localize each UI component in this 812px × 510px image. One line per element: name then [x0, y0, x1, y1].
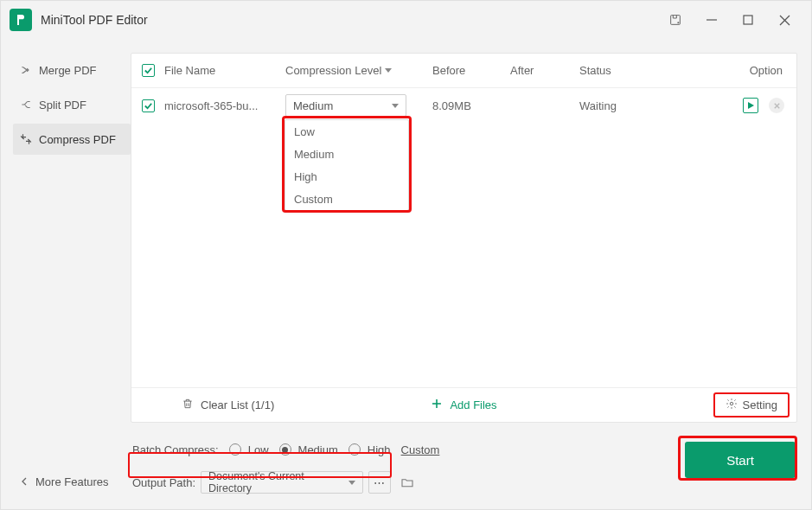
plus-icon — [431, 398, 443, 412]
row-start-button[interactable] — [743, 98, 758, 113]
chevron-left-icon — [20, 475, 29, 488]
window-controls — [668, 12, 802, 28]
batch-radio-low[interactable]: Low — [229, 443, 269, 456]
sidebar-item-label: Split PDF — [39, 99, 86, 112]
close-button[interactable] — [777, 12, 792, 28]
header-status: Status — [579, 64, 735, 77]
header-before: Before — [432, 64, 510, 77]
output-path-select[interactable]: Document's Current Directory — [201, 471, 363, 494]
header-option: Option — [735, 64, 796, 77]
batch-compress-row: Batch Compress: Low Medium High Custom — [132, 438, 685, 461]
more-features-button[interactable]: More Features — [13, 465, 131, 509]
row-remove-button[interactable] — [769, 98, 784, 113]
batch-radio-medium[interactable]: Medium — [279, 443, 338, 456]
dropdown-item-medium[interactable]: Medium — [285, 143, 408, 165]
merge-icon — [20, 64, 32, 76]
table-footer: Clear List (1/1) Add Files — [131, 387, 796, 422]
svg-point-10 — [730, 402, 733, 405]
save-icon[interactable] — [668, 12, 683, 28]
add-files-button[interactable]: Add Files — [431, 398, 496, 412]
compression-level-select[interactable]: Medium — [285, 94, 406, 117]
maximize-button[interactable] — [740, 12, 756, 28]
dropdown-item-custom[interactable]: Custom — [285, 188, 408, 210]
output-path-row: Output Path: Document's Current Director… — [132, 469, 685, 495]
table-header: File Name Compression Level Before After… — [131, 54, 796, 88]
batch-label: Batch Compress: — [132, 443, 219, 456]
browse-button[interactable]: ⋯ — [368, 471, 391, 494]
file-table: File Name Compression Level Before After… — [131, 53, 797, 423]
sidebar-item-label: Merge PDF — [39, 64, 96, 77]
svg-point-1 — [677, 22, 679, 23]
batch-radio-high[interactable]: High — [348, 443, 391, 456]
open-folder-button[interactable] — [396, 471, 419, 494]
cell-before: 8.09MB — [432, 99, 510, 112]
titlebar: MiniTool PDF Editor — [1, 1, 811, 39]
header-after: After — [510, 64, 579, 77]
trash-icon — [182, 398, 194, 412]
app-title: MiniTool PDF Editor — [41, 13, 148, 27]
output-label: Output Path: — [132, 476, 195, 489]
main-panel: File Name Compression Level Before After… — [131, 39, 811, 509]
setting-button[interactable]: Setting — [719, 395, 784, 415]
header-filename: File Name — [164, 64, 285, 77]
app-window: MiniTool PDF Editor Merge PDF — [0, 0, 812, 510]
more-features-label: More Features — [35, 475, 109, 488]
batch-custom-link[interactable]: Custom — [401, 443, 440, 456]
cell-filename: microsoft-365-bu... — [164, 99, 285, 112]
select-all-checkbox[interactable] — [142, 64, 155, 77]
svg-rect-3 — [744, 16, 752, 24]
header-level[interactable]: Compression Level — [285, 64, 432, 77]
minimize-button[interactable] — [704, 12, 719, 28]
caret-down-icon — [385, 68, 392, 73]
sidebar-item-compress[interactable]: Compress PDF — [13, 124, 131, 155]
row-checkbox[interactable] — [142, 99, 155, 112]
sidebar-item-merge[interactable]: Merge PDF — [13, 54, 131, 86]
split-icon — [20, 99, 32, 111]
cell-status: Waiting — [579, 99, 735, 112]
start-button[interactable]: Start — [685, 442, 796, 478]
dropdown-item-high[interactable]: High — [285, 165, 408, 188]
clear-list-button[interactable]: Clear List (1/1) — [182, 398, 274, 412]
compression-level-dropdown: Low Medium High Custom — [285, 119, 409, 211]
sidebar-item-split[interactable]: Split PDF — [13, 89, 131, 120]
caret-down-icon — [348, 481, 355, 485]
sidebar: Merge PDF Split PDF Compress PDF More Fe — [1, 39, 131, 509]
sidebar-item-label: Compress PDF — [39, 133, 116, 146]
gear-icon — [726, 398, 738, 412]
bottom-controls: Batch Compress: Low Medium High Custom O… — [131, 423, 797, 495]
dropdown-item-low[interactable]: Low — [285, 120, 408, 143]
app-logo — [10, 9, 32, 31]
table-row: microsoft-365-bu... Medium 8.09MB Waitin… — [131, 88, 796, 123]
compress-icon — [20, 133, 32, 145]
caret-down-icon — [392, 104, 399, 108]
